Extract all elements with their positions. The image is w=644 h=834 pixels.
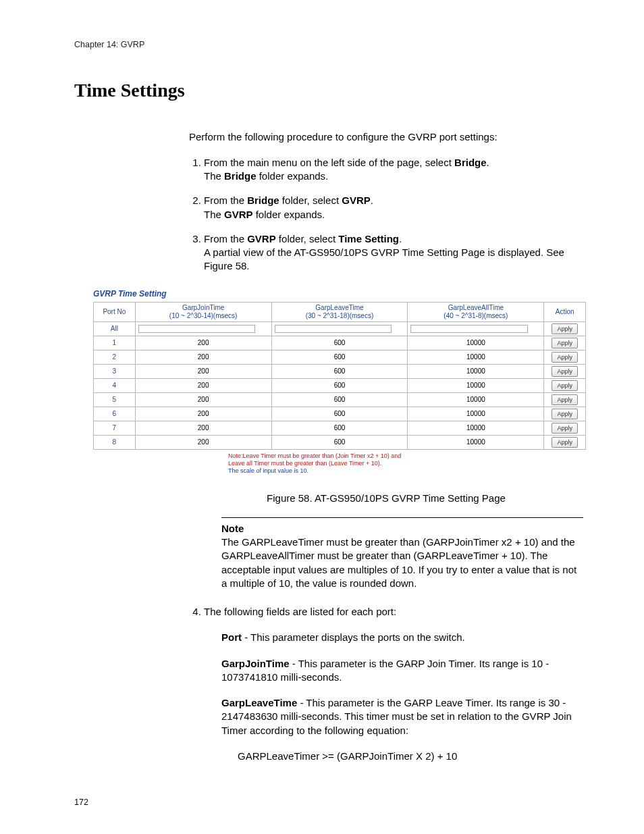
field-port: Port - This parameter displays the ports… [221,631,583,644]
join-cell: 200 [135,350,271,364]
leaveall-cell: 10000 [408,336,544,350]
th-action: Action [544,302,586,321]
field-garpjointime: GarpJoinTime - This parameter is the GAR… [221,657,583,685]
step-3: From the GVRP folder, select Time Settin… [204,232,583,273]
apply-button[interactable]: Apply [552,437,578,448]
apply-button[interactable]: Apply [552,423,578,434]
leave-cell: 600 [271,350,408,364]
port-cell: 8 [94,435,136,449]
equation: GARPLeaveTimer >= (GARPJoinTimer X 2) + … [238,750,583,763]
leave-cell: 600 [271,364,408,378]
figure-caption: Figure 58. AT-GS950/10PS GVRP Time Setti… [189,492,583,505]
table-row: 420060010000Apply [94,378,586,392]
note-block: Note The GARPLeaveTimer must be greater … [221,517,583,590]
table-row: 320060010000Apply [94,364,586,378]
apply-button[interactable]: Apply [552,409,578,419]
port-cell: 5 [94,392,136,407]
apply-button[interactable]: Apply [552,323,578,334]
th-leave: GarpLeaveTime(30 ~ 2^31-18)(msecs) [271,302,408,321]
port-cell: 4 [94,378,136,392]
apply-button[interactable]: Apply [552,352,578,363]
port-cell: 3 [94,364,136,378]
leave-cell: 600 [271,435,408,449]
step-1: From the main menu on the left side of t… [204,156,583,184]
apply-button[interactable]: Apply [552,380,578,391]
figure-title: GVRP Time Setting [93,288,586,299]
figure-note: Note:Leave Timer must be greater than (J… [228,452,586,475]
port-cell: 2 [94,350,136,364]
note-body: The GARPLeaveTimer must be greater than … [221,536,583,590]
table-row: 820060010000Apply [94,435,586,449]
gvrp-table: Port No GarpJoinTime(10 ~ 2^30-14)(msecs… [93,302,586,450]
join-cell: 200 [135,421,271,435]
table-row: 220060010000Apply [94,350,586,364]
join-cell: 200 [135,407,271,421]
leave-cell: 600 [271,407,408,421]
figure-gvrp-time-setting: GVRP Time Setting Port No GarpJoinTime(1… [93,288,586,475]
leaveall-cell: 10000 [408,364,544,378]
leaveall-cell: 10000 [408,392,544,407]
port-all-label: All [94,321,136,336]
th-join: GarpJoinTime(10 ~ 2^30-14)(msecs) [135,302,271,321]
leaveall-cell: 10000 [408,421,544,435]
all-join-input[interactable] [138,325,256,333]
leave-cell: 600 [271,421,408,435]
leaveall-cell: 10000 [408,407,544,421]
step-4: The following fields are listed for each… [204,605,583,619]
port-cell: 1 [94,336,136,350]
apply-button[interactable]: Apply [552,366,578,377]
all-leaveall-input[interactable] [410,325,528,333]
leave-cell: 600 [271,392,408,407]
page-number: 172 [74,797,583,808]
join-cell: 200 [135,378,271,392]
leaveall-cell: 10000 [408,378,544,392]
leaveall-cell: 10000 [408,350,544,364]
leave-cell: 600 [271,336,408,350]
section-title: Time Settings [74,78,583,103]
leaveall-cell: 10000 [408,435,544,449]
join-cell: 200 [135,336,271,350]
table-row-all: All Apply [94,321,586,336]
port-cell: 6 [94,407,136,421]
field-garpleavetime: GarpLeaveTime - This parameter is the GA… [221,696,583,737]
th-leaveall: GarpLeaveAllTime(40 ~ 2^31-8)(msecs) [408,302,544,321]
note-label: Note [221,522,583,536]
join-cell: 200 [135,435,271,449]
th-port: Port No [94,302,136,321]
all-leave-input[interactable] [275,325,392,333]
leave-cell: 600 [271,378,408,392]
chapter-header: Chapter 14: GVRP [74,39,583,51]
step-2: From the Bridge folder, select GVRP. The… [204,194,583,221]
table-row: 520060010000Apply [94,392,586,407]
table-row: 120060010000Apply [94,336,586,350]
join-cell: 200 [135,364,271,378]
apply-button[interactable]: Apply [552,394,578,405]
port-cell: 7 [94,421,136,435]
apply-button[interactable]: Apply [552,338,578,348]
intro-text: Perform the following procedure to confi… [189,130,583,144]
table-row: 620060010000Apply [94,407,586,421]
join-cell: 200 [135,392,271,407]
table-row: 720060010000Apply [94,421,586,435]
